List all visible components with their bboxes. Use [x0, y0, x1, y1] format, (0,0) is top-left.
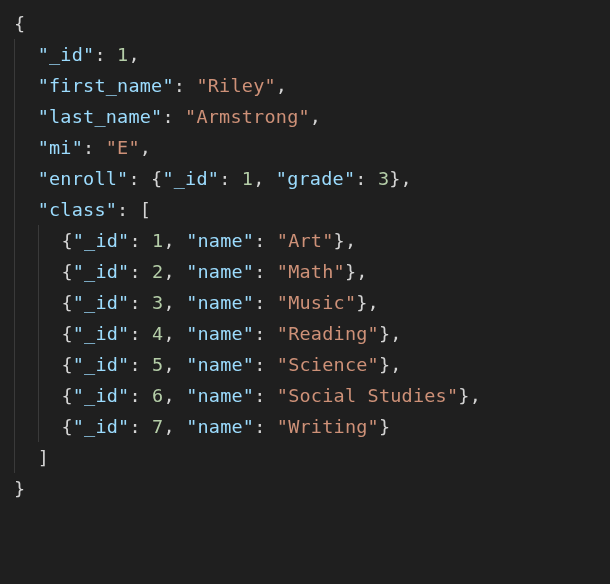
- indent-space: [15, 70, 38, 101]
- tok-punc: :: [129, 261, 152, 282]
- indent-space: [39, 380, 62, 411]
- tok-punc: ,: [253, 168, 276, 189]
- code-line: }: [14, 478, 25, 499]
- tok-punc: :: [254, 323, 277, 344]
- tok-brace: }: [379, 416, 390, 437]
- tok-key: "_id": [38, 44, 95, 65]
- indent-space: [15, 39, 38, 70]
- indent-space: [39, 318, 62, 349]
- tok-brace: }: [345, 261, 356, 282]
- tok-brace: {: [61, 230, 72, 251]
- code-line: "_id": 1,: [14, 44, 140, 65]
- tok-punc: ,: [163, 416, 186, 437]
- tok-number: 6: [152, 385, 163, 406]
- tok-number: 1: [152, 230, 163, 251]
- json-code-block: { "_id": 1, "first_name": "Riley", "last…: [0, 0, 610, 504]
- tok-key: "_id": [73, 230, 130, 251]
- code-content: { "_id": 1, "first_name": "Riley", "last…: [14, 13, 481, 499]
- tok-string: "Science": [277, 354, 379, 375]
- indent-space: [15, 256, 38, 287]
- tok-number: 3: [152, 292, 163, 313]
- tok-number: 4: [152, 323, 163, 344]
- tok-brace: {: [61, 261, 72, 282]
- tok-brace: {: [14, 13, 25, 34]
- code-line: "enroll": {"_id": 1, "grade": 3},: [14, 168, 412, 189]
- indent-space: [39, 411, 62, 442]
- tok-punc: :: [129, 416, 152, 437]
- tok-punc: ,: [310, 106, 321, 127]
- tok-punc: :: [254, 354, 277, 375]
- tok-key: "name": [186, 416, 254, 437]
- tok-punc: ,: [163, 385, 186, 406]
- tok-key: "name": [186, 230, 254, 251]
- tok-brace: {: [61, 354, 72, 375]
- tok-punc: ,: [390, 354, 401, 375]
- tok-punc: :: [129, 230, 152, 251]
- indent-space: [15, 132, 38, 163]
- tok-brace: }: [379, 354, 390, 375]
- tok-punc: :: [174, 75, 197, 96]
- tok-string: "Reading": [277, 323, 379, 344]
- tok-punc: :: [355, 168, 378, 189]
- indent-space: [15, 287, 38, 318]
- tok-punc: ,: [276, 75, 287, 96]
- tok-key: "_id": [73, 292, 130, 313]
- tok-key: "first_name": [38, 75, 174, 96]
- indent-space: [15, 380, 38, 411]
- indent-space: [15, 318, 38, 349]
- tok-key: "_id": [73, 416, 130, 437]
- tok-key: "name": [186, 354, 254, 375]
- tok-number: 7: [152, 416, 163, 437]
- tok-punc: ,: [163, 292, 186, 313]
- tok-key: "name": [186, 292, 254, 313]
- tok-brace: }: [389, 168, 400, 189]
- indent-space: [15, 225, 38, 256]
- indent-space: [39, 287, 62, 318]
- tok-brace: {: [61, 323, 72, 344]
- tok-key: "name": [186, 323, 254, 344]
- indent-space: [15, 349, 38, 380]
- code-line: "mi": "E",: [14, 137, 151, 158]
- tok-punc: :: [129, 354, 152, 375]
- tok-punc: ,: [163, 354, 186, 375]
- indent-space: [39, 256, 62, 287]
- tok-string: "E": [106, 137, 140, 158]
- indent-space: [15, 101, 38, 132]
- tok-punc: ,: [163, 230, 186, 251]
- code-line: {"_id": 7, "name": "Writing"}: [14, 416, 390, 437]
- tok-key: "name": [186, 261, 254, 282]
- tok-brace: {: [61, 385, 72, 406]
- tok-brace: }: [379, 323, 390, 344]
- tok-punc: ,: [401, 168, 412, 189]
- code-line: {"_id": 3, "name": "Music"},: [14, 292, 379, 313]
- tok-brace: {: [61, 292, 72, 313]
- tok-punc: :: [128, 168, 151, 189]
- indent-space: [15, 442, 38, 473]
- code-line: {"_id": 5, "name": "Science"},: [14, 354, 402, 375]
- code-line: {"_id": 6, "name": "Social Studies"},: [14, 385, 481, 406]
- tok-punc: ,: [140, 137, 151, 158]
- tok-number: 1: [117, 44, 128, 65]
- tok-punc: ,: [470, 385, 481, 406]
- tok-punc: :: [129, 385, 152, 406]
- tok-punc: ,: [163, 323, 186, 344]
- tok-punc: ,: [163, 261, 186, 282]
- code-line: "last_name": "Armstrong",: [14, 106, 321, 127]
- code-line: "first_name": "Riley",: [14, 75, 287, 96]
- code-line: ]: [14, 447, 49, 468]
- tok-key: "class": [38, 199, 117, 220]
- tok-key: "enroll": [38, 168, 129, 189]
- tok-string: "Math": [277, 261, 345, 282]
- tok-punc: :: [254, 261, 277, 282]
- tok-brace: }: [334, 230, 345, 251]
- tok-punc: :: [83, 137, 106, 158]
- tok-string: "Music": [277, 292, 356, 313]
- tok-brace: }: [14, 478, 25, 499]
- tok-number: 3: [378, 168, 389, 189]
- tok-number: 5: [152, 354, 163, 375]
- tok-punc: :: [94, 44, 117, 65]
- tok-punc: :: [129, 292, 152, 313]
- tok-punc: :: [162, 106, 185, 127]
- tok-key: "_id": [162, 168, 219, 189]
- tok-punc: ,: [390, 323, 401, 344]
